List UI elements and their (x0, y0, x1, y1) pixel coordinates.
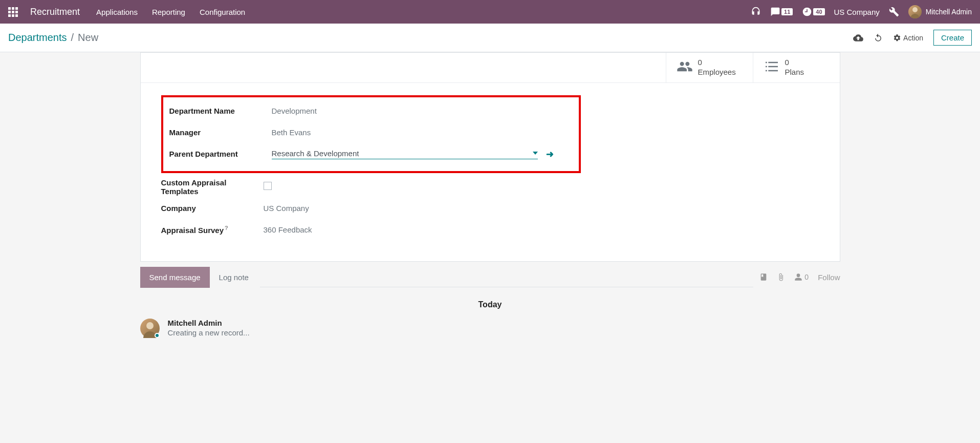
form-sheet: 0 Employees 0 Plans Department Name Deve… (140, 52, 840, 262)
company-switcher[interactable]: US Company (834, 8, 880, 16)
chatter-input[interactable] (260, 267, 753, 287)
attachment-icon[interactable] (777, 273, 785, 281)
voip-icon[interactable] (751, 7, 761, 17)
plans-icon (764, 58, 780, 76)
thread-date-divider: Today (140, 300, 840, 309)
message-avatar-icon (140, 319, 160, 338)
follow-button[interactable]: Follow (818, 273, 840, 282)
plans-label: Plans (785, 68, 804, 77)
svg-point-0 (912, 7, 918, 12)
user-name: Mitchell Admin (926, 8, 972, 16)
department-name-value[interactable]: Development (272, 107, 573, 115)
messages-badge: 11 (781, 8, 793, 15)
debug-icon[interactable] (889, 7, 899, 17)
log-note-tab[interactable]: Log note (210, 267, 258, 288)
employees-count: 0 (698, 58, 736, 68)
breadcrumb-separator: / (71, 32, 74, 44)
stat-employees-button[interactable]: 0 Employees (666, 53, 753, 82)
external-link-arrow-icon[interactable]: ➜ (546, 149, 554, 160)
parent-department-label: Parent Department (169, 150, 272, 158)
parent-department-value: Research & Development (272, 149, 359, 158)
follower-count: 0 (804, 273, 809, 281)
cloud-save-icon[interactable] (853, 33, 863, 43)
user-menu[interactable]: Mitchell Admin (908, 5, 972, 18)
company-label: Company (161, 204, 264, 213)
chatter: Send message Log note 0 Follow Today (132, 267, 848, 338)
followers-icon[interactable]: 0 (794, 273, 809, 281)
message-author: Mitchell Admin (168, 319, 250, 327)
online-status-dot-icon (155, 333, 160, 338)
dropdown-caret-icon[interactable] (533, 152, 538, 155)
book-icon[interactable] (759, 273, 768, 281)
apps-icon[interactable] (8, 7, 18, 17)
breadcrumb-current: New (78, 32, 98, 44)
manager-value[interactable]: Beth Evans (272, 128, 573, 137)
manager-label: Manager (169, 128, 272, 137)
custom-appraisal-templates-label: Custom Appraisal Templates (161, 178, 264, 196)
company-value[interactable]: US Company (264, 204, 819, 213)
highlighted-fields-box: Department Name Development Manager Beth… (161, 95, 581, 173)
message-item: Mitchell Admin Creating a new record... (140, 319, 840, 338)
activities-badge: 40 (813, 8, 824, 15)
user-avatar-icon (908, 5, 922, 18)
employees-label: Employees (698, 68, 736, 77)
nav-applications[interactable]: Applications (96, 8, 138, 16)
messages-icon[interactable]: 11 (770, 7, 793, 17)
appraisal-survey-value[interactable]: 360 Feedback (264, 225, 819, 234)
parent-department-select[interactable]: Research & Development (272, 149, 538, 159)
nav-configuration[interactable]: Configuration (200, 8, 245, 16)
create-button[interactable]: Create (933, 30, 972, 46)
employees-icon (677, 58, 693, 76)
top-navbar: Recruitment Applications Reporting Confi… (0, 0, 980, 24)
help-icon[interactable]: ? (225, 225, 228, 231)
nav-reporting[interactable]: Reporting (152, 8, 185, 16)
custom-appraisal-templates-checkbox[interactable] (264, 182, 272, 190)
appraisal-survey-label: Appraisal Survey? (161, 225, 264, 235)
message-text: Creating a new record... (168, 328, 250, 337)
send-message-tab[interactable]: Send message (140, 267, 210, 288)
plans-count: 0 (785, 58, 804, 68)
action-button[interactable]: Action (893, 34, 923, 42)
app-brand[interactable]: Recruitment (30, 7, 80, 17)
discard-icon[interactable] (874, 33, 883, 43)
breadcrumb-root[interactable]: Departments (8, 32, 67, 44)
breadcrumb: Departments / New (8, 32, 98, 44)
svg-point-1 (146, 322, 154, 329)
stat-plans-button[interactable]: 0 Plans (753, 53, 840, 82)
activities-icon[interactable]: 40 (802, 7, 824, 17)
action-label: Action (903, 34, 923, 42)
department-name-label: Department Name (169, 107, 272, 115)
control-panel: Departments / New Action Create (0, 24, 980, 52)
